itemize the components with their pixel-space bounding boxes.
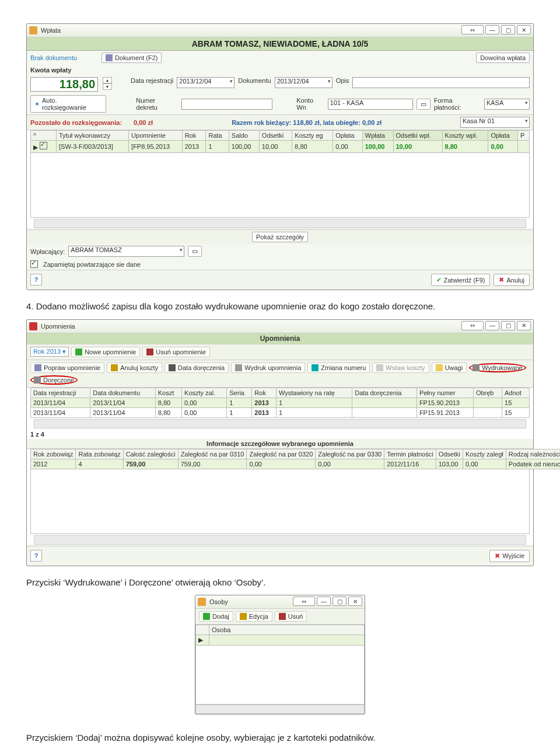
upomnienia-grid[interactable]: Data rejestracjiData dokumentuKosztKoszt… (30, 388, 530, 418)
wplacajacy-lookup-button[interactable]: ▭ (188, 246, 202, 257)
amount-spinner[interactable]: ▴▾ (103, 77, 112, 92)
close-icon[interactable]: ✕ (517, 25, 531, 34)
minimize-icon[interactable]: — (485, 321, 499, 330)
dokument-button[interactable]: Dokument (F2) (102, 53, 162, 63)
usun-upomnienie-button[interactable]: Usuń upomnienie (142, 347, 210, 357)
osoby-title: Osoby (209, 598, 228, 605)
osoby-grid[interactable]: Osoba ▶ (195, 625, 365, 646)
grid-empty-area (195, 646, 365, 705)
plus-icon (376, 364, 383, 371)
upomnienia-titlebar[interactable]: Upomnienia ⇔ — ▢ ✕ (27, 320, 533, 333)
h-scrollbar[interactable] (195, 705, 365, 714)
wplata-grid[interactable]: ^ Tytuł wykonawczy Upomnienie Rok Rata S… (30, 130, 530, 153)
doc-icon (106, 54, 113, 61)
zapamietaj-label: Zapamiętaj powtarzające sie dane (43, 261, 141, 268)
usun-button[interactable]: Usuń (275, 611, 307, 622)
opis-label: Opis (336, 77, 349, 92)
wydrukowane-button[interactable]: Wydrukowane (469, 363, 526, 372)
zatwierdz-button[interactable]: ✔Zatwierdź (F9) (431, 274, 491, 286)
table-row[interactable]: 2013/11/042013/11/048,800,00120131FP15.9… (31, 407, 530, 417)
anuluj-koszty-button[interactable]: Anuluj koszty (107, 362, 162, 373)
spin-down-icon[interactable]: ▾ (103, 83, 112, 90)
h-scrollbar[interactable] (34, 535, 526, 545)
edycja-button[interactable]: Edycja (236, 611, 272, 622)
anuluj-button[interactable]: ✖Anuluj (494, 274, 530, 286)
pencil-icon (111, 364, 118, 371)
opis-input[interactable] (352, 77, 530, 88)
rok-select[interactable]: Rok 2013 ▾ (30, 347, 69, 357)
help-icon[interactable]: ? (30, 550, 42, 562)
h-scrollbar[interactable] (34, 219, 526, 228)
pencil-icon (240, 613, 247, 620)
numer-input[interactable] (181, 99, 272, 110)
grid-empty-area (30, 469, 530, 534)
pozostalo-value: 0,00 zł (134, 119, 153, 126)
dowolna-wplata-button[interactable]: Dowolna wpłata (476, 53, 530, 63)
minimize-restore-icon[interactable]: ⇔ (293, 597, 315, 606)
minimize-restore-icon[interactable]: ⇔ (461, 321, 484, 330)
konto-input[interactable]: 101 - KASA (328, 99, 413, 110)
close-icon[interactable]: ✕ (517, 321, 531, 330)
upomnienia-window: Upomnienia ⇔ — ▢ ✕ Upomnienia Rok 2013 ▾… (26, 319, 534, 566)
zapamietaj-checkbox[interactable] (30, 260, 38, 268)
kwota-label: Kwota wpłaty (30, 67, 71, 74)
konto-lookup-button[interactable]: ▭ (416, 99, 430, 110)
body-text-6: Przyciskiem ‘Dodaj’ można dopisywać kole… (26, 732, 534, 744)
forma-select[interactable]: KASA (484, 99, 530, 110)
uwagi-button[interactable]: Uwagi (432, 362, 467, 373)
konto-label: Konto Wn (296, 97, 324, 111)
body-text-4: 4. Dodano możliwość zapisu dla kogo zost… (26, 301, 534, 312)
amount-input[interactable]: 118,80 (30, 77, 98, 92)
h-scrollbar[interactable] (34, 419, 526, 428)
zmiana-numeru-button[interactable]: Zmiana numeru (307, 362, 370, 373)
dodaj-button[interactable]: Dodaj (199, 611, 233, 622)
persons-icon (34, 376, 41, 384)
minimize-icon[interactable]: — (317, 597, 331, 606)
upomnienia-title: Upomnienia (41, 323, 75, 330)
wplacajacy-select[interactable]: ABRAM TOMASZ (68, 246, 184, 257)
plus-icon (75, 348, 82, 355)
app-icon (198, 598, 206, 606)
table-row[interactable]: ▶ (196, 635, 365, 646)
calendar-icon (169, 364, 176, 371)
col-marker[interactable]: ^ (31, 131, 57, 141)
upomnienia-header: Upomnienia (27, 333, 533, 344)
close-icon[interactable]: ✕ (348, 597, 362, 606)
wyjscie-button[interactable]: ✖Wyjście (489, 550, 530, 562)
data-doreczenia-button[interactable]: Data doręczenia (164, 362, 229, 373)
auto-button[interactable]: ✦Auto. rozksięgowanie (30, 95, 106, 113)
brak-dokumentu-link[interactable]: Brak dokumentu (30, 54, 77, 61)
wydruk-button[interactable]: Wydruk upomnienia (231, 362, 305, 373)
minimize-icon[interactable]: — (485, 25, 499, 34)
maximize-icon[interactable]: ▢ (501, 25, 515, 34)
info-grid[interactable]: Rok zobowiązRata zobowiązCałość zaległoś… (30, 449, 560, 469)
kasa-select[interactable]: Kasa Nr 01 (460, 117, 530, 128)
row-checkbox[interactable] (40, 142, 47, 149)
pager-text: 1 z 4 (30, 430, 530, 439)
table-row[interactable]: ▶ [SW-3-F/003/2013] [FP8.95.2013 2013 1 … (31, 141, 530, 153)
maximize-icon[interactable]: ▢ (332, 597, 346, 606)
body-text-5: Przyciski ‘Wydrukowane’ i Doręczone’ otw… (26, 577, 534, 588)
popraw-button[interactable]: Popraw upomnienie (30, 362, 104, 373)
minimize-restore-icon[interactable]: ⇔ (461, 25, 484, 34)
spin-up-icon[interactable]: ▴ (103, 77, 112, 83)
razem-text: Razem rok bieżący: 118,80 zł, lata ubieg… (156, 119, 457, 126)
wplata-titlebar[interactable]: Wpłata ⇔ — ▢ ✕ (27, 24, 533, 37)
wplacajacy-label: Wpłacający: (30, 248, 65, 255)
nowe-upomnienie-button[interactable]: Nowe upomnienie (71, 347, 140, 357)
table-row[interactable]: 20124759,00759,000,000,002012/11/16103,0… (31, 459, 561, 469)
pokaz-szczegoly-button[interactable]: Pokaż szczegóły (252, 232, 308, 242)
maximize-icon[interactable]: ▢ (501, 321, 515, 330)
print-icon (235, 364, 242, 371)
data-rej-select[interactable]: 2013/12/04 (177, 77, 235, 88)
doreczone-button[interactable]: Doręczone (30, 375, 78, 385)
osoby-titlebar[interactable]: Osoby ⇔ — ▢ ✕ (195, 595, 365, 609)
pozostalo-label: Pozostało do rozksięgowania: (30, 119, 122, 126)
dokumentu-select[interactable]: 2013/12/04 (275, 77, 332, 88)
minus-icon (146, 348, 153, 355)
table-row[interactable]: 2013/11/042013/11/048,800,00120131FP15.9… (31, 398, 530, 407)
wplata-window: Wpłata ⇔ — ▢ ✕ ABRAM TOMASZ, NIEWIADOME,… (26, 23, 534, 290)
plus-icon (203, 613, 210, 620)
help-icon[interactable]: ? (30, 274, 42, 285)
wstaw-koszty-button[interactable]: Wstaw koszty (372, 362, 429, 373)
